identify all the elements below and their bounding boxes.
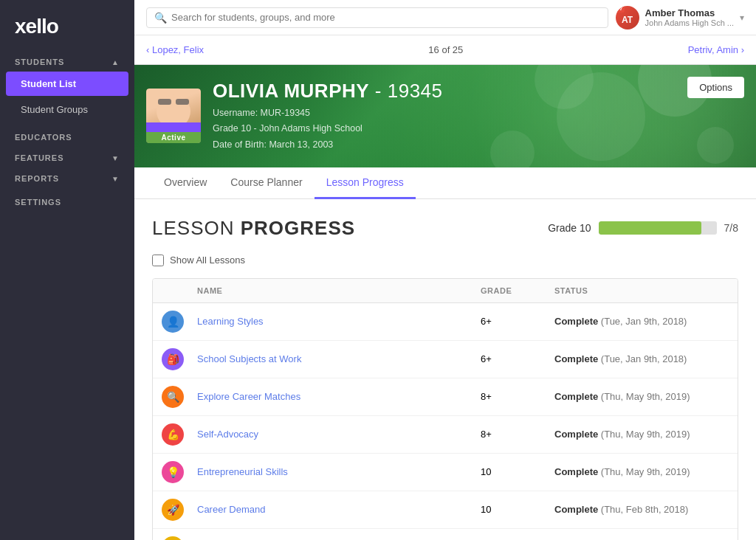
- table-row: 🚀 Career Demand 10 Complete (Thu, Feb 8t…: [153, 491, 738, 529]
- search-bar[interactable]: 🔍: [146, 7, 608, 28]
- status-text: Complete (Thu, Feb 8th, 2018): [554, 504, 688, 515]
- user-name-block: Amber Thomas John Adams High Sch ...: [645, 7, 734, 27]
- status-detail: (Thu, May 9th, 2019): [598, 466, 690, 477]
- grade-indicator: Grade 10 7/8: [548, 221, 738, 235]
- grade-label: Grade 10: [548, 222, 591, 234]
- sidebar-item-student-list[interactable]: Student List: [6, 72, 128, 96]
- profile-banner: Active OLIVIA MURPHY - 19345 Username: M…: [134, 65, 756, 167]
- sidebar-section-settings[interactable]: SETTINGS: [0, 187, 134, 211]
- profile-info: OLIVIA MURPHY - 19345 Username: MUR-1934…: [213, 80, 738, 153]
- cell-name: Career Demand: [188, 496, 472, 522]
- lesson-icon-emoji: 🎒: [167, 353, 179, 365]
- sidebar-section-educators[interactable]: EDUCATORS: [0, 122, 134, 146]
- status-detail: (Tue, Jan 9th, 2018): [598, 353, 687, 364]
- status-text: Complete (Tue, Jan 9th, 2018): [554, 316, 687, 327]
- next-student-button[interactable]: Petriv, Amin: [688, 44, 744, 55]
- status-detail: (Tue, Jan 9th, 2018): [598, 316, 687, 327]
- cell-grade: 10: [472, 459, 546, 485]
- progress-bar: [599, 221, 717, 235]
- user-menu[interactable]: 47 AT Amber Thomas John Adams High Sch .…: [616, 6, 744, 30]
- table-row: 🔍 Explore Career Matches 8+ Complete (Th…: [153, 378, 738, 416]
- lesson-icon-emoji: 👤: [167, 316, 179, 328]
- cell-icon: 🏅: [153, 529, 188, 540]
- student-counter: 16 of 25: [428, 44, 463, 55]
- lesson-icon: 🎒: [162, 348, 184, 370]
- avatar-badge: 47: [616, 6, 625, 13]
- lesson-icon: 🚀: [162, 499, 184, 521]
- user-name: Amber Thomas: [645, 7, 734, 18]
- profile-name: OLIVIA MURPHY - 19345: [213, 80, 738, 103]
- grade-fraction: 7/8: [724, 222, 738, 234]
- lesson-icon-emoji: 🚀: [167, 504, 179, 516]
- main-content: 🔍 47 AT Amber Thomas John Adams High Sch…: [134, 0, 756, 540]
- lesson-icon: 🔍: [162, 386, 184, 408]
- lesson-icon: 🏅: [162, 536, 184, 540]
- col-status: STATUS: [546, 279, 738, 302]
- lesson-icon-emoji: 🔍: [167, 391, 179, 403]
- lesson-progress-content: LESSON PROGRESS Grade 10 7/8 Show All Le…: [134, 199, 756, 540]
- lesson-link[interactable]: Entrepreneurial Skills: [197, 466, 288, 477]
- tab-overview[interactable]: Overview: [152, 167, 219, 199]
- options-button[interactable]: Options: [687, 77, 744, 98]
- sidebar-section-features[interactable]: FEATURES ▼: [0, 146, 134, 167]
- cell-status: Complete (Tue, Jan 9th, 2018): [546, 346, 738, 372]
- lesson-icon-emoji: 💪: [167, 429, 179, 440]
- lesson-link[interactable]: Self-Advocacy: [197, 429, 258, 440]
- status-text: Complete (Thu, May 9th, 2019): [554, 391, 690, 402]
- profile-photo: Active: [146, 89, 201, 143]
- sidebar-section-students[interactable]: STUDENTS ▲: [0, 50, 134, 71]
- chevron-down-icon-reports: ▼: [111, 175, 120, 183]
- lesson-icon-emoji: 💡: [167, 466, 179, 478]
- avatar: 47 AT: [616, 6, 639, 30]
- show-all-label[interactable]: Show All Lessons: [170, 255, 245, 266]
- table-row: 🎒 School Subjects at Work 6+ Complete (T…: [153, 341, 738, 378]
- lesson-link[interactable]: School Subjects at Work: [197, 353, 301, 364]
- lesson-title: LESSON PROGRESS: [152, 217, 355, 240]
- cell-status: Complete (Thu, May 9th, 2019): [546, 421, 738, 447]
- table-row: 💪 Self-Advocacy 8+ Complete (Thu, May 9t…: [153, 416, 738, 454]
- cell-icon: 👤: [153, 303, 188, 340]
- cell-name: Job Interviews: [188, 534, 472, 540]
- lessons-table: NAME GRADE STATUS 👤 Learning Styles 6+ C…: [152, 278, 738, 540]
- table-header: NAME GRADE STATUS: [153, 279, 738, 303]
- cell-name: School Subjects at Work: [188, 346, 472, 372]
- cell-name: Self-Advocacy: [188, 421, 472, 447]
- lesson-link[interactable]: Explore Career Matches: [197, 391, 300, 402]
- cell-icon: 🚀: [153, 491, 188, 528]
- lesson-link[interactable]: Learning Styles: [197, 316, 264, 327]
- table-row: 🏅 Job Interviews 10+ Not Started: [153, 529, 738, 540]
- cell-name: Entrepreneurial Skills: [188, 459, 472, 485]
- prev-student-button[interactable]: Lopez, Felix: [146, 44, 204, 55]
- cell-name: Learning Styles: [188, 308, 472, 334]
- lesson-icon: 💡: [162, 461, 184, 483]
- cell-icon: 🎒: [153, 341, 188, 378]
- sidebar-section-reports[interactable]: REPORTS ▼: [0, 167, 134, 187]
- show-all-checkbox[interactable]: [152, 255, 164, 266]
- sidebar: xello STUDENTS ▲ Student List Student Gr…: [0, 0, 134, 540]
- cell-status: Complete (Tue, Jan 9th, 2018): [546, 308, 738, 334]
- progress-bar-fill: [599, 221, 701, 235]
- table-row: 👤 Learning Styles 6+ Complete (Tue, Jan …: [153, 303, 738, 341]
- tabs-bar: Overview Course Planner Lesson Progress: [134, 167, 756, 199]
- show-all-row: Show All Lessons: [152, 255, 738, 266]
- lesson-header: LESSON PROGRESS Grade 10 7/8: [152, 217, 738, 240]
- table-body: 👤 Learning Styles 6+ Complete (Tue, Jan …: [153, 303, 738, 540]
- search-input[interactable]: [171, 12, 600, 23]
- status-detail: (Thu, May 9th, 2019): [598, 429, 690, 440]
- table-row: 💡 Entrepreneurial Skills 10 Complete (Th…: [153, 454, 738, 491]
- sidebar-item-student-groups[interactable]: Student Groups: [6, 97, 128, 122]
- cell-status: Complete (Thu, Feb 8th, 2018): [546, 496, 738, 522]
- tab-lesson-progress[interactable]: Lesson Progress: [315, 167, 416, 199]
- status-detail: (Thu, May 9th, 2019): [598, 391, 690, 402]
- lesson-link[interactable]: Career Demand: [197, 504, 266, 515]
- tab-course-planner[interactable]: Course Planner: [219, 167, 314, 199]
- chevron-down-icon-features: ▼: [111, 154, 120, 162]
- cell-name: Explore Career Matches: [188, 384, 472, 409]
- col-name: NAME: [188, 279, 472, 302]
- cell-status: Not Started: [546, 534, 738, 540]
- cell-grade: 6+: [472, 308, 546, 334]
- cell-icon: 💪: [153, 416, 188, 453]
- cell-icon: 🔍: [153, 378, 188, 415]
- col-icon: [153, 279, 188, 302]
- student-nav: Lopez, Felix 16 of 25 Petriv, Amin: [134, 35, 756, 65]
